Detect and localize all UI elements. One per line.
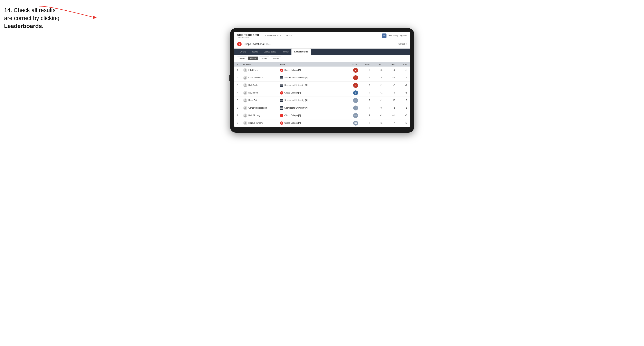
tournament-logo: C xyxy=(237,42,242,46)
team-logo-clippd: C xyxy=(280,69,283,72)
device-wrapper: SCOREBOARD Powered by clippd TOURNAMENTS… xyxy=(4,28,640,133)
rd3-val: +6 xyxy=(395,114,407,117)
score-badge: E xyxy=(353,90,358,95)
player-cell: Elliot Ebert xyxy=(243,68,280,72)
col-num: # xyxy=(237,63,243,65)
col-rd1: RD1 xyxy=(370,63,382,65)
thru-val: F xyxy=(358,107,370,109)
nav-teams[interactable]: TEAMS xyxy=(284,34,292,37)
score-badge: -8 xyxy=(353,68,358,73)
thru-val: F xyxy=(358,114,370,117)
total-cell: +11 xyxy=(342,121,358,126)
team-name: Clippd College [A] xyxy=(284,69,301,71)
thru-val: F xyxy=(358,122,370,124)
team-logo-clippd: C xyxy=(280,114,283,117)
rd2-val: +5 xyxy=(382,77,395,79)
team-logo-scoreboard xyxy=(280,76,283,79)
rd3-val: +3 xyxy=(395,92,407,94)
total-cell: +6 xyxy=(342,106,358,110)
tab-bar: Details Teams Course Setup Results Leade… xyxy=(234,49,410,55)
svg-rect-7 xyxy=(280,85,283,85)
svg-point-19 xyxy=(245,114,246,116)
player-avatar xyxy=(243,91,247,95)
svg-rect-17 xyxy=(280,108,283,108)
row-number: 5 xyxy=(237,99,243,101)
user-label: Test User | xyxy=(388,34,398,37)
svg-point-6 xyxy=(245,84,246,85)
thru-val: F xyxy=(358,92,370,94)
table-row: 5 Rees Britt Scoreboard University [A] +… xyxy=(234,97,410,104)
tab-teams[interactable]: Teams xyxy=(249,49,260,55)
score-badge: +6 xyxy=(353,106,358,110)
tab-details[interactable]: Details xyxy=(237,49,249,55)
rd2-val: -4 xyxy=(382,92,395,94)
total-cell: E xyxy=(342,90,358,95)
player-name: Marcus Turners xyxy=(248,122,263,124)
filter-scores-btn[interactable]: Scores xyxy=(259,57,269,60)
col-thru: THRU xyxy=(358,63,370,65)
team-logo-scoreboard xyxy=(280,106,283,110)
total-cell: -2 xyxy=(342,83,358,88)
cancel-button[interactable]: Cancel ✕ xyxy=(398,43,407,45)
total-cell: +1 xyxy=(342,98,358,103)
leaderboard-table: # PLAYER TEAM TOTAL THRU RD1 RD2 RD3 1 E… xyxy=(234,62,410,127)
svg-point-10 xyxy=(245,92,246,93)
col-rd3: RD3 xyxy=(395,63,407,65)
team-logo-scoreboard xyxy=(280,99,283,102)
player-name: Cameron Robertson xyxy=(248,107,267,109)
total-cell: -8 xyxy=(342,68,358,73)
user-avatar: TU xyxy=(382,33,386,38)
tablet-side-button xyxy=(229,75,230,81)
rd3-val: -5 xyxy=(395,69,407,71)
player-avatar xyxy=(243,68,247,72)
svg-point-2 xyxy=(245,77,246,78)
team-cell: Scoreboard University [A] xyxy=(280,76,342,79)
filter-teams-btn[interactable]: Teams xyxy=(237,57,247,60)
player-cell: Cameron Robertson xyxy=(243,106,280,110)
player-cell: Blair McHarg xyxy=(243,114,280,118)
thru-val: F xyxy=(358,69,370,71)
score-badge: +9 xyxy=(353,113,358,118)
svg-point-15 xyxy=(245,107,246,108)
player-name: David Ford xyxy=(248,92,258,94)
svg-rect-16 xyxy=(280,107,283,108)
rd2-val: +2 xyxy=(382,107,395,109)
instruction-line3: Leaderboards. xyxy=(4,23,44,29)
filter-players-btn[interactable]: Players xyxy=(248,57,258,60)
tab-course-setup[interactable]: Course Setup xyxy=(261,49,279,55)
row-number: 8 xyxy=(237,122,243,124)
col-team: TEAM xyxy=(280,63,342,65)
row-number: 7 xyxy=(237,114,243,117)
player-cell: Marcus Turners xyxy=(243,121,280,125)
score-badge: +1 xyxy=(353,98,358,103)
nav-links: TOURNAMENTS TEAMS xyxy=(264,34,382,37)
tab-results[interactable]: Results xyxy=(279,49,292,55)
table-row: 3 Rich Butler Scoreboard University [A] … xyxy=(234,82,410,89)
rd3-val: -1 xyxy=(395,107,407,109)
rd3-val: +2 xyxy=(395,122,407,124)
rd1-val: +3 xyxy=(370,69,382,71)
team-cell: Scoreboard University [A] xyxy=(280,99,342,102)
top-navigation: SCOREBOARD Powered by clippd TOURNAMENTS… xyxy=(234,32,410,40)
rd2-val: E xyxy=(382,99,395,101)
svg-rect-12 xyxy=(280,100,283,100)
team-name: Scoreboard University [A] xyxy=(284,84,308,86)
team-cell: C Clippd College [A] xyxy=(280,114,342,117)
svg-rect-18 xyxy=(280,108,283,109)
table-row: 1 Elliot Ebert C Clippd College [A] -8 F… xyxy=(234,67,410,74)
filter-strokes-btn[interactable]: Strokes xyxy=(270,57,281,60)
table-header: # PLAYER TEAM TOTAL THRU RD1 RD2 RD3 xyxy=(234,62,410,67)
team-name: Clippd College [A] xyxy=(284,122,301,124)
tab-leaderboards[interactable]: Leaderboards xyxy=(292,49,311,55)
sign-out-link[interactable]: Sign out xyxy=(400,34,407,37)
rd2-val: +1 xyxy=(382,114,395,117)
nav-tournaments[interactable]: TOURNAMENTS xyxy=(264,34,281,37)
player-avatar xyxy=(243,121,247,125)
logo-sub: Powered by clippd xyxy=(237,36,259,38)
instruction-line2: are correct by clicking xyxy=(4,15,60,21)
player-avatar xyxy=(243,114,247,118)
team-name: Scoreboard University [A] xyxy=(284,99,308,101)
svg-rect-9 xyxy=(280,86,283,86)
player-name: Elliot Ebert xyxy=(248,69,258,71)
rd3-val: -1 xyxy=(395,84,407,86)
